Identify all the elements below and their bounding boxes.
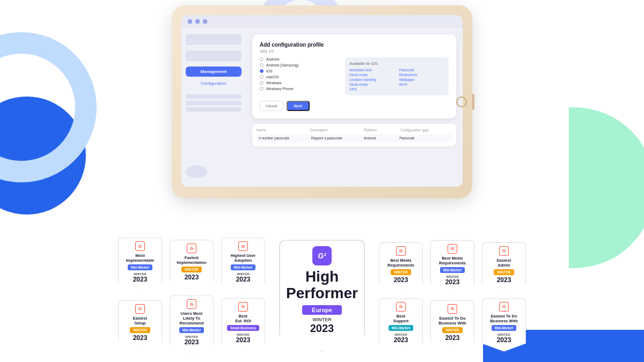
badge-tag-best-est-roi: Small Business (227, 325, 259, 331)
badge-title-easiest-biz-winter: Easiest To DoBusiness With (438, 316, 466, 326)
feature-vpn: VPN (349, 87, 394, 91)
badge-shape-best-meets-req-winter: G Best MeetsRequirements WINTER 2023 (379, 242, 423, 292)
badge-year-easiest-admin: 2023 (497, 276, 511, 284)
modal-title: Add configuration profile (260, 42, 449, 48)
feature-wifi: Wi-Fi (399, 83, 444, 86)
badge-title-most-implementable: MostImplementable (126, 253, 155, 263)
g2-logo-users-most-likely: G (187, 299, 196, 309)
ios-features-panel: Available for iOS: Activation lock Passc… (345, 57, 449, 95)
sidebar-avatar (186, 165, 207, 178)
center-badge-high-performer: G² High Performer Europe WINTER 2023 (279, 240, 365, 352)
radio-android-samsung[interactable] (260, 63, 264, 67)
badge-tag-easiest-biz-winter: WINTER (442, 327, 463, 333)
badge-title-users-most-likely: Users MostLikely ToRecommend (179, 311, 203, 326)
badges-right: G Best MeetsRequirements WINTER 2023 G B… (377, 240, 528, 352)
feature-location-tracking: Location tracking (349, 78, 394, 82)
badge-year-best-meets-req-winter: 2023 (394, 276, 408, 284)
cell-config-type: Passcode (399, 136, 450, 140)
g2-logo-easiest-admin: G (499, 246, 509, 256)
badge-shape-users-most-likely: G Users MostLikely ToRecommend Mid-Marke… (170, 295, 214, 354)
g2-logo-most-implementable: G (135, 241, 145, 251)
g2-logo-easiest-biz-midmarket: G (499, 302, 509, 312)
next-button[interactable]: Next (287, 101, 310, 111)
badge-shape-easiest-biz-midmarket: G Easiest To DoBusiness With Mid-Market … (482, 298, 526, 352)
badges-section: G MostImplementable Mid-Market WINTER 20… (11, 238, 633, 354)
badge-year-highest-user-adoption: 2023 (236, 276, 251, 283)
table-row: 4 number passcode Require a passcode And… (257, 134, 452, 142)
main-container: Management Configuration (0, 0, 644, 362)
badge-shape-most-implementable: G MostImplementable Mid-Market WINTER 20… (118, 238, 162, 291)
badge-title-best-est-roi: BestEst. ROI (235, 314, 251, 323)
col-header-config-type: Configuration type (400, 128, 452, 132)
badges-row-left-top: G MostImplementable Mid-Market WINTER 20… (116, 238, 267, 291)
badge-shape-fastest-implementation: G FastestImplementation WINTER 2023 (170, 240, 214, 289)
col-header-platform: Platform (364, 128, 398, 132)
cell-name: 4 number passcode (259, 136, 309, 140)
badge-year-fastest-implementation: 2023 (185, 274, 199, 281)
cancel-button[interactable]: Cancel (260, 101, 283, 111)
sidebar-configuration-link[interactable]: Configuration (186, 80, 241, 87)
center-badge-title: High Performer (286, 269, 358, 302)
badge-easiest-biz-midmarket: G Easiest To DoBusiness With Mid-Market … (480, 298, 528, 352)
tablet-screen: Management Configuration (181, 15, 463, 187)
badges-row-right-bottom: G BestSupport Mid-Market WINTER 2023 G E… (377, 298, 528, 352)
badge-year-users-most-likely: 2023 (185, 338, 199, 346)
radio-ios[interactable] (260, 69, 264, 73)
badge-fastest-implementation: G FastestImplementation WINTER 2023 (167, 240, 216, 289)
os-label-macos: macOS (266, 75, 279, 79)
sidebar-placeholder-2 (186, 50, 241, 61)
badge-highest-user-adoption: G Highest UserAdoption Mid-Market WINTER… (219, 238, 267, 291)
radio-windows-phone[interactable] (260, 87, 264, 91)
g2-logo-best-support: G (396, 302, 406, 312)
badge-tag-users-most-likely: Mid-Market (179, 327, 204, 333)
tablet-home-button (456, 97, 467, 107)
g2-logo-easiest-biz-winter: G (448, 304, 457, 314)
badge-title-easiest-admin: EasiestAdmin (497, 258, 511, 268)
g2-logo-best-meets-req-winter: G (396, 246, 406, 256)
badge-title-fastest-implementation: FastestImplementation (177, 255, 206, 265)
center-badge-year: 2023 (310, 322, 334, 335)
tablet-side-button (472, 94, 474, 110)
feature-restrictions: Restrictions (399, 73, 444, 77)
badge-best-meets-req-winter: G Best MeetsRequirements WINTER 2023 (377, 242, 425, 292)
config-table: Name Description Platform Configuration … (252, 124, 456, 146)
badge-title-highest-user-adoption: Highest UserAdoption (231, 253, 255, 263)
g2-logo-best-meets-req-midmarket: G (448, 244, 457, 254)
feature-activation-lock: Activation lock (349, 68, 394, 72)
radio-macos[interactable] (260, 75, 264, 79)
center-badge-season: WINTER (312, 317, 332, 322)
badge-tag-easiest-setup: WINTER (130, 327, 150, 333)
os-label-windows: Windows (266, 81, 281, 85)
badge-shape-best-meets-req-midmarket: G Best MeetsRequirements Mid-Market WINT… (430, 240, 474, 294)
badge-best-est-roi: G BestEst. ROI Small Business WINTER 202… (219, 298, 267, 352)
badge-year-easiest-biz-winter: 2023 (445, 334, 460, 342)
cell-platform: Android (364, 136, 398, 140)
badge-shape-highest-user-adoption: G Highest UserAdoption Mid-Market WINTER… (221, 238, 265, 291)
center-g2-logo: G² (312, 246, 332, 265)
badge-users-most-likely: G Users MostLikely ToRecommend Mid-Marke… (167, 295, 216, 354)
g2-logo-easiest-setup: G (135, 304, 145, 314)
tablet-header (181, 15, 463, 28)
center-badge-region: Europe (302, 305, 342, 315)
radio-windows[interactable] (260, 81, 264, 85)
header-dot-1 (188, 19, 192, 24)
sidebar-line-3 (186, 107, 241, 112)
cell-description: Require a passcode (311, 136, 362, 140)
badge-year-best-support: 2023 (394, 336, 408, 344)
sidebar-management-btn[interactable]: Management (186, 67, 241, 77)
g2-logo-highest-user-adoption: G (238, 241, 248, 251)
radio-android[interactable] (260, 57, 264, 61)
os-options-list: Android Android (Samsung) iOS (260, 57, 339, 95)
badge-title-best-support: BestSupport (393, 314, 409, 323)
center-badge-wrapper: G² High Performer Europe WINTER 2023 (274, 240, 370, 352)
feature-passcode: Passcode (399, 68, 444, 72)
badge-easiest-admin: G EasiestAdmin WINTER 2023 (480, 242, 528, 292)
sidebar-lines (186, 94, 241, 112)
badge-best-support: G BestSupport Mid-Market WINTER 2023 (377, 298, 425, 352)
badge-title-best-meets-req-winter: Best MeetsRequirements (387, 258, 414, 268)
os-label-android-samsung: Android (Samsung) (266, 63, 298, 67)
badge-tag-best-support: Mid-Market (389, 325, 413, 331)
badge-easiest-setup: G EasiestSetup WINTER 2023 (116, 300, 164, 350)
tablet-body: Management Configuration (181, 28, 463, 187)
badge-title-best-meets-req-midmarket: Best MeetsRequirements (439, 256, 466, 265)
